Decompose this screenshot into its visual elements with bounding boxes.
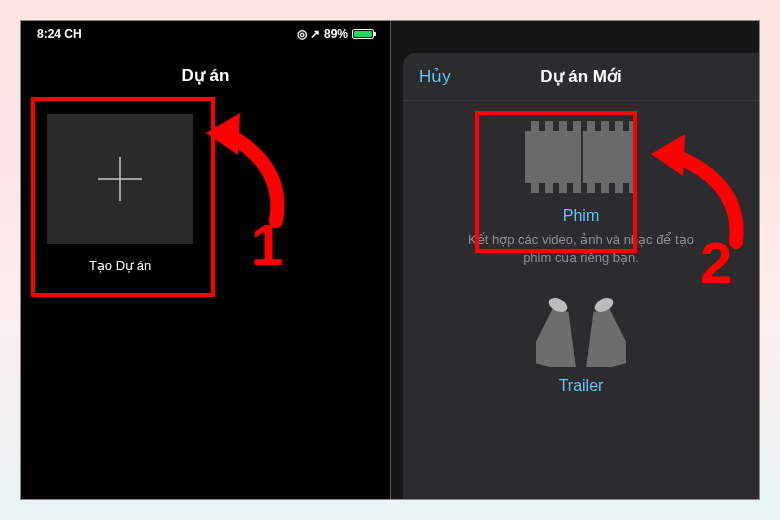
cancel-button[interactable]: Hủy	[419, 66, 451, 87]
annotation-step-1: 1	[251, 211, 283, 278]
svg-marker-7	[651, 134, 685, 176]
tutorial-frame: 8:24 CH ◎ ↗ 89% Dự án Tạo Dự án	[20, 20, 760, 500]
spotlights-icon	[536, 291, 626, 367]
status-battery-pct: 89%	[324, 27, 348, 41]
trailer-option[interactable]	[536, 291, 626, 367]
status-bar: 8:24 CH ◎ ↗ 89%	[21, 21, 390, 47]
trailer-label[interactable]: Trailer	[427, 377, 735, 395]
screen-new-project: Hủy Dự án Mới Phim Kết hợp các video, ản…	[390, 21, 759, 499]
status-location-icon: ◎ ↗	[297, 27, 320, 41]
svg-marker-2	[206, 113, 240, 155]
svg-marker-6	[570, 305, 626, 367]
screen-projects: 8:24 CH ◎ ↗ 89% Dự án Tạo Dự án	[21, 21, 390, 499]
svg-marker-4	[536, 305, 592, 367]
status-time: 8:24 CH	[37, 27, 82, 41]
sheet-title: Dự án Mới	[540, 66, 621, 87]
annotation-highlight-1	[31, 97, 215, 297]
annotation-step-2: 2	[700, 229, 732, 296]
status-right: ◎ ↗ 89%	[297, 27, 374, 41]
battery-icon	[352, 29, 374, 39]
page-title: Dự án	[21, 47, 390, 100]
annotation-highlight-2	[475, 111, 637, 253]
sheet-header: Hủy Dự án Mới	[403, 53, 759, 101]
